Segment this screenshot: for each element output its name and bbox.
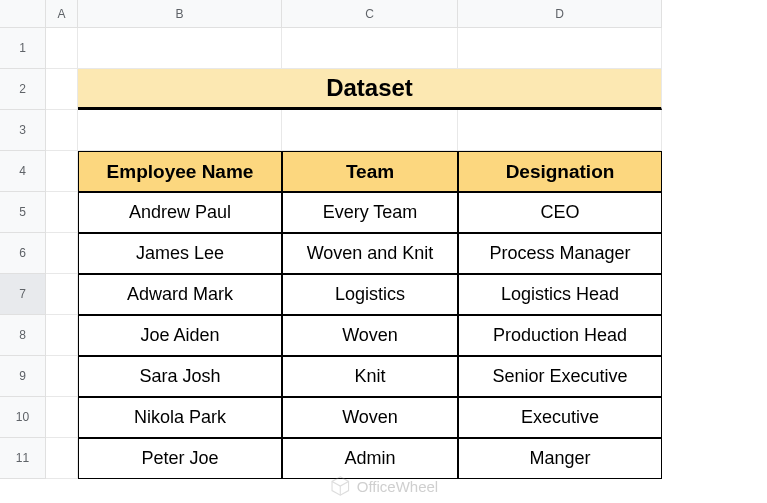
table-cell-r6-c1[interactable]: Admin (282, 438, 458, 479)
row-header-11[interactable]: 11 (0, 438, 46, 479)
cell-A9[interactable] (46, 356, 78, 397)
cell-A11[interactable] (46, 438, 78, 479)
cell-C1[interactable] (282, 28, 458, 69)
table-cell-r2-c0[interactable]: Adward Mark (78, 274, 282, 315)
table-cell-r0-c1[interactable]: Every Team (282, 192, 458, 233)
col-header-B[interactable]: B (78, 0, 282, 28)
table-header-0: Employee Name (78, 151, 282, 192)
table-cell-r3-c2[interactable]: Production Head (458, 315, 662, 356)
cell-A8[interactable] (46, 315, 78, 356)
cell-A4[interactable] (46, 151, 78, 192)
row-header-1[interactable]: 1 (0, 28, 46, 69)
table-cell-r4-c0[interactable]: Sara Josh (78, 356, 282, 397)
watermark-text: OfficeWheel (357, 478, 438, 495)
cell-B3[interactable] (78, 110, 282, 151)
cell-A7[interactable] (46, 274, 78, 315)
table-cell-r1-c0[interactable]: James Lee (78, 233, 282, 274)
table-cell-r4-c2[interactable]: Senior Executive (458, 356, 662, 397)
cell-A5[interactable] (46, 192, 78, 233)
table-cell-r6-c0[interactable]: Peter Joe (78, 438, 282, 479)
cell-A2[interactable] (46, 69, 78, 110)
cell-A1[interactable] (46, 28, 78, 69)
table-cell-r0-c2[interactable]: CEO (458, 192, 662, 233)
row-header-2[interactable]: 2 (0, 69, 46, 110)
table-header-2: Designation (458, 151, 662, 192)
table-cell-r0-c0[interactable]: Andrew Paul (78, 192, 282, 233)
table-cell-r6-c2[interactable]: Manger (458, 438, 662, 479)
col-header-C[interactable]: C (282, 0, 458, 28)
cell-B1[interactable] (78, 28, 282, 69)
cell-C3[interactable] (282, 110, 458, 151)
table-cell-r5-c1[interactable]: Woven (282, 397, 458, 438)
cell-A6[interactable] (46, 233, 78, 274)
row-header-4[interactable]: 4 (0, 151, 46, 192)
row-header-8[interactable]: 8 (0, 315, 46, 356)
table-cell-r2-c1[interactable]: Logistics (282, 274, 458, 315)
col-header-A[interactable]: A (46, 0, 78, 28)
cell-D3[interactable] (458, 110, 662, 151)
select-all-corner[interactable] (0, 0, 46, 28)
svg-marker-0 (332, 477, 349, 495)
table-cell-r4-c1[interactable]: Knit (282, 356, 458, 397)
table-cell-r2-c2[interactable]: Logistics Head (458, 274, 662, 315)
table-cell-r1-c1[interactable]: Woven and Knit (282, 233, 458, 274)
cell-A10[interactable] (46, 397, 78, 438)
col-header-D[interactable]: D (458, 0, 662, 28)
table-cell-r3-c0[interactable]: Joe Aiden (78, 315, 282, 356)
table-cell-r1-c2[interactable]: Process Manager (458, 233, 662, 274)
row-header-7[interactable]: 7 (0, 274, 46, 315)
cell-D1[interactable] (458, 28, 662, 69)
row-header-10[interactable]: 10 (0, 397, 46, 438)
table-cell-r5-c2[interactable]: Executive (458, 397, 662, 438)
table-cell-r5-c0[interactable]: Nikola Park (78, 397, 282, 438)
row-header-5[interactable]: 5 (0, 192, 46, 233)
dataset-title: Dataset (78, 69, 662, 110)
row-header-6[interactable]: 6 (0, 233, 46, 274)
row-header-3[interactable]: 3 (0, 110, 46, 151)
row-header-9[interactable]: 9 (0, 356, 46, 397)
table-header-1: Team (282, 151, 458, 192)
table-cell-r3-c1[interactable]: Woven (282, 315, 458, 356)
cell-A3[interactable] (46, 110, 78, 151)
